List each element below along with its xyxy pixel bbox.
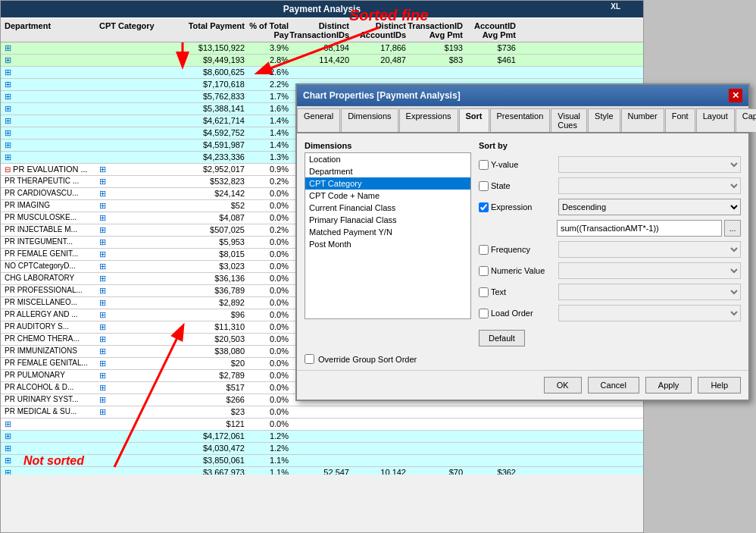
- text-checkbox[interactable]: [479, 287, 489, 297]
- apply-button[interactable]: Apply: [645, 377, 692, 393]
- expand-icon[interactable]: ⊞: [99, 249, 106, 259]
- expand-icon[interactable]: ⊞: [5, 468, 11, 475]
- tab-layout[interactable]: Layout: [696, 108, 735, 132]
- table-row: ⊞ $9,449,193 2.8% 114,420 20,487 $83 $46…: [1, 55, 643, 67]
- table-row: ⊞ $4,030,472 1.2%: [1, 443, 643, 455]
- yvalue-checkbox[interactable]: [479, 160, 489, 170]
- expand-icon[interactable]: ⊞: [5, 80, 11, 89]
- col-header-pct: % of Total Pay: [247, 21, 289, 39]
- expand-icon[interactable]: ⊞: [5, 67, 11, 77]
- expand-icon[interactable]: ⊞: [5, 456, 11, 465]
- expand-icon[interactable]: ⊞: [99, 395, 106, 404]
- dim-item-matched-payment[interactable]: Matched Payment Y/N: [305, 226, 470, 238]
- override-checkbox[interactable]: [305, 354, 314, 364]
- tab-dimensions[interactable]: Dimensions: [341, 108, 398, 132]
- expand-icon[interactable]: ⊞: [99, 201, 106, 210]
- dimensions-panel: Dimensions Location Department CPT Categ…: [305, 141, 471, 346]
- tab-presentation[interactable]: Presentation: [490, 108, 551, 132]
- tab-sort[interactable]: Sort: [459, 108, 489, 132]
- expand-icon[interactable]: ⊞: [99, 334, 106, 343]
- text-select[interactable]: [558, 284, 741, 300]
- tab-font[interactable]: Font: [665, 108, 695, 132]
- dim-item-cpt-code[interactable]: CPT Code + Name: [305, 190, 470, 202]
- help-button[interactable]: Help: [698, 377, 741, 393]
- expand-icon[interactable]: ⊞: [99, 383, 106, 392]
- expand-icon[interactable]: ⊞: [99, 237, 106, 246]
- expand-icon[interactable]: ⊞: [99, 322, 106, 331]
- state-select[interactable]: [558, 177, 741, 194]
- yvalue-select[interactable]: [558, 156, 741, 173]
- expand-icon[interactable]: ⊞: [99, 346, 106, 356]
- expand-icon[interactable]: ⊞: [5, 140, 11, 149]
- numeric-checkbox[interactable]: [479, 266, 489, 276]
- state-checkbox[interactable]: [479, 181, 489, 191]
- dialog-close-button[interactable]: ✕: [729, 89, 742, 102]
- tab-caption[interactable]: Caption: [736, 108, 756, 132]
- dialog-body: Dimensions Location Department CPT Categ…: [297, 133, 748, 354]
- expression-edit-button[interactable]: ...: [724, 220, 741, 237]
- expand-icon[interactable]: ⊞: [99, 177, 106, 186]
- expression-input-field[interactable]: [557, 220, 722, 237]
- expand-icon[interactable]: ⊞: [99, 371, 106, 380]
- dim-item-cpt-category[interactable]: CPT Category: [305, 177, 470, 190]
- sort-row-text: Text: [479, 284, 741, 300]
- expand-icon[interactable]: ⊞: [5, 419, 11, 428]
- ok-button[interactable]: OK: [544, 377, 582, 393]
- tab-general[interactable]: General: [297, 108, 340, 132]
- expand-icon[interactable]: ⊞: [5, 92, 11, 101]
- numeric-label: Numeric Value: [479, 266, 555, 276]
- expand-icon[interactable]: ⊞: [5, 55, 11, 64]
- sort-row-state: State: [479, 177, 741, 194]
- expand-icon[interactable]: ⊞: [5, 116, 11, 125]
- dimensions-list: Location Department CPT Category CPT Cod…: [305, 152, 471, 319]
- tab-expressions[interactable]: Expressions: [399, 108, 458, 132]
- table-row: PR MEDICAL & SU... ⊞ $23 0.0%: [1, 406, 643, 419]
- expand-icon[interactable]: ⊞: [99, 274, 106, 283]
- expand-icon[interactable]: ⊞: [99, 407, 106, 416]
- table-row: ⊞ $3,667,973 1.1% 52,547 10,142 $70 $362: [1, 467, 643, 475]
- cancel-button[interactable]: Cancel: [588, 377, 639, 393]
- sort-row-load-order: Load Order: [479, 305, 741, 321]
- sort-row-frequency: Frequency: [479, 241, 741, 258]
- expand-icon[interactable]: ⊞: [99, 165, 106, 174]
- col-header-cpt: CPT Category: [99, 21, 175, 39]
- collapse-icon[interactable]: ⊟: [5, 165, 11, 174]
- dim-item-primary-financial[interactable]: Primary Flanacial Class: [305, 214, 470, 226]
- tab-visual-cues[interactable]: Visual Cues: [551, 108, 587, 132]
- tab-style[interactable]: Style: [588, 108, 620, 132]
- load-order-checkbox[interactable]: [479, 309, 489, 318]
- numeric-select[interactable]: [558, 262, 741, 279]
- expand-icon[interactable]: ⊞: [99, 298, 106, 307]
- expand-icon[interactable]: ⊞: [99, 286, 106, 295]
- expand-icon[interactable]: ⊞: [5, 128, 11, 137]
- expression-label: Expression: [479, 202, 555, 212]
- frequency-select[interactable]: [558, 241, 741, 258]
- chart-properties-dialog: Chart Properties [Payment Analysis] ✕ Ge…: [295, 83, 750, 401]
- col-header-acc-avg: AccountID Avg Pmt: [463, 21, 516, 39]
- frequency-checkbox[interactable]: [479, 245, 489, 255]
- expand-icon[interactable]: ⊞: [99, 189, 106, 198]
- load-order-select[interactable]: [558, 305, 741, 321]
- col-header-dept: Department: [1, 21, 99, 39]
- dim-item-department[interactable]: Department: [305, 165, 470, 177]
- expand-icon[interactable]: ⊞: [99, 213, 106, 222]
- default-button[interactable]: Default: [479, 330, 525, 346]
- title-bar: XL Payment Analysis: [1, 1, 643, 17]
- expression-checkbox[interactable]: [479, 202, 489, 212]
- col-header-total: Total Payment: [175, 21, 247, 39]
- dim-item-post-month[interactable]: Post Month: [305, 238, 470, 250]
- expand-icon[interactable]: ⊞: [99, 310, 106, 319]
- not-sorted-label: Not sorted: [23, 454, 84, 468]
- expand-icon[interactable]: ⊞: [5, 444, 11, 453]
- expand-icon[interactable]: ⊞: [99, 225, 106, 234]
- dim-item-current-financial[interactable]: Current Financial Class: [305, 202, 470, 214]
- expand-icon[interactable]: ⊞: [5, 43, 11, 52]
- expand-icon[interactable]: ⊞: [5, 104, 11, 113]
- expand-icon[interactable]: ⊞: [99, 359, 106, 368]
- expand-icon[interactable]: ⊞: [5, 152, 11, 161]
- tab-number[interactable]: Number: [621, 108, 664, 132]
- expand-icon[interactable]: ⊞: [99, 262, 106, 271]
- expand-icon[interactable]: ⊞: [5, 431, 11, 441]
- dim-item-location[interactable]: Location: [305, 153, 470, 165]
- expression-direction-select[interactable]: Ascending Descending: [558, 199, 741, 215]
